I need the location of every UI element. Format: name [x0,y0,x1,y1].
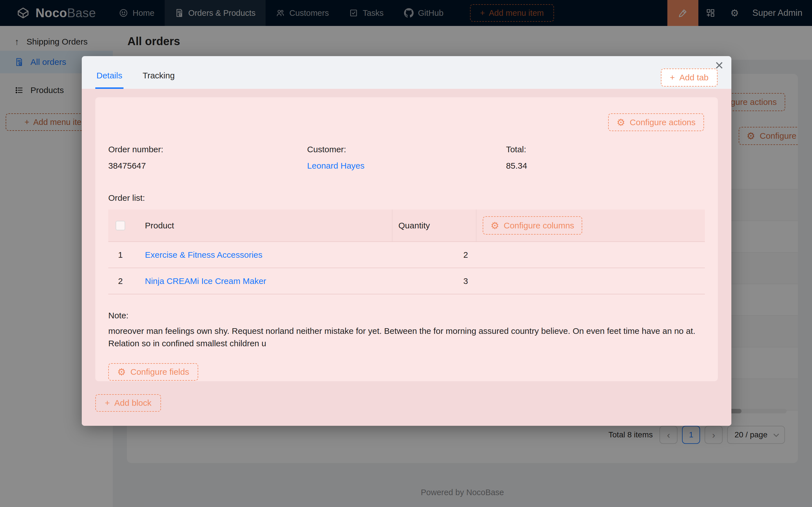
field-total: Total: 85.34 [506,145,705,171]
product-link[interactable]: Ninja CREAMi Ice Cream Maker [145,276,266,286]
row-index: 1 [108,250,132,260]
select-all-checkbox[interactable] [116,221,125,230]
modal-tabs: Details Tracking [95,56,176,89]
product-column-header: Product [132,210,393,241]
field-order-number: Order number: 38475647 [108,145,307,171]
order-list-label: Order list: [108,193,705,203]
quantity-column-header: Quantity [393,210,476,241]
order-list-table: Product Quantity ⚙ Configure columns 1 E… [108,210,705,294]
configure-columns-button[interactable]: ⚙ Configure columns [483,216,582,235]
table-header-row: Product Quantity ⚙ Configure columns [108,210,705,242]
customer-link[interactable]: Leonard Hayes [307,161,506,171]
configure-actions-button[interactable]: ⚙ Configure actions [608,113,704,131]
gear-icon: ⚙ [117,367,126,377]
note-label: Note: [108,311,705,320]
record-fields: Order number: 38475647 Customer: Leonard… [108,97,705,171]
field-label: Total: [506,145,705,154]
app-window: NocoBase Home Orders & Products Customer… [0,0,812,507]
field-label: Order number: [108,145,307,154]
plus-icon: + [670,73,675,82]
tab-details[interactable]: Details [95,71,123,89]
modal-add-block-button[interactable]: + Add block [95,394,161,412]
details-block: ⚙ Configure actions Order number: 384756… [95,97,718,381]
product-link[interactable]: Exercise & Fitness Accessories [145,250,263,260]
tab-tracking[interactable]: Tracking [141,71,176,89]
configure-fields-button[interactable]: ⚙ Configure fields [108,363,198,381]
record-details-modal: × Details Tracking + Add tab ⚙ Configure… [82,56,731,426]
field-customer: Customer: Leonard Hayes [307,145,506,171]
plus-icon: + [105,398,110,408]
modal-body: ⚙ Configure actions Order number: 384756… [82,89,731,426]
quantity-value: 2 [393,250,476,260]
field-value: 38475647 [108,161,307,171]
gear-icon: ⚙ [617,118,625,127]
table-row: 2 Ninja CREAMi Ice Cream Maker 3 [108,268,705,294]
add-tab-button[interactable]: + Add tab [661,68,717,87]
field-label: Customer: [307,145,506,154]
row-index: 2 [108,276,132,286]
table-row: 1 Exercise & Fitness Accessories 2 [108,242,705,268]
quantity-value: 3 [393,276,476,286]
note-text: moreover man feelings own shy. Request n… [108,325,700,350]
gear-icon: ⚙ [490,221,499,230]
field-value: 85.34 [506,161,705,171]
